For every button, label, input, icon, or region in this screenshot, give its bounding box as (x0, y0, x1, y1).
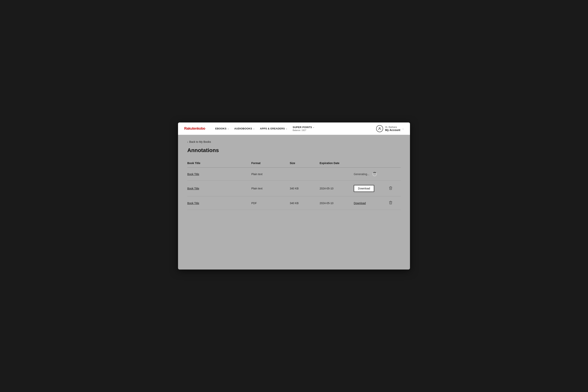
logo[interactable]: Rakuten kobo (184, 126, 205, 130)
super-points-balance: Balance: 1927 (293, 129, 306, 132)
nav-audiobooks[interactable]: AUDIOBOOKS ⌄ (232, 126, 257, 132)
action-cell: Generating... (354, 168, 384, 181)
generating-text: Generating... (354, 172, 369, 176)
account-text: Hi, Barbara My Account (385, 126, 400, 132)
logo-rakuten: Rakuten (184, 126, 197, 130)
format-cell: Plain text (251, 181, 290, 196)
nav-links: eBOOKS ⌄ AUDIOBOOKS ⌄ APPS & eREADERS ⌄ … (213, 124, 370, 133)
download-link[interactable]: Download (354, 202, 366, 205)
table-row: Book Title Plain text Generating... (187, 168, 401, 181)
svg-point-0 (379, 127, 381, 129)
delete-icon[interactable] (389, 201, 392, 206)
action-cell: Download (354, 196, 384, 210)
chevron-left-icon: ‹ (187, 140, 188, 143)
book-title-link[interactable]: Book Title (187, 202, 199, 205)
logo-kobo: kobo (197, 126, 205, 130)
chevron-down-icon: ⌄ (402, 128, 404, 130)
format-cell: PDF (251, 196, 290, 210)
book-title-link[interactable]: Book Title (187, 187, 199, 190)
browser-window: Rakuten kobo eBOOKS ⌄ AUDIOBOOKS ⌄ APPS … (178, 122, 410, 270)
chevron-down-icon: ⌄ (313, 126, 314, 128)
expiry-cell (320, 168, 354, 181)
delete-cell[interactable] (384, 196, 401, 210)
chevron-down-icon: ⌄ (253, 128, 255, 130)
delete-cell[interactable] (384, 181, 401, 196)
expiry-cell: 2024-05-10 (320, 181, 354, 196)
delete-cell (384, 168, 401, 181)
chevron-down-icon: ⌄ (227, 128, 229, 130)
page-title: Annotations (187, 147, 401, 154)
nav-apps[interactable]: APPS & eREADERS ⌄ (258, 126, 290, 132)
main-content: ‹ Back to My Books Annotations Book Titl… (178, 135, 410, 218)
delete-icon[interactable] (389, 186, 392, 191)
nav-apps-label: APPS & eREADERS (260, 127, 285, 130)
table-row: Book Title Plain text 340 KB 2024-05-10 … (187, 181, 401, 196)
book-title-cell: Book Title (187, 196, 251, 210)
col-header-delete (384, 159, 401, 168)
expiry-cell: 2024-05-10 (320, 196, 354, 210)
table-row: Book Title PDF 340 KB 2024-05-10 Downloa… (187, 196, 401, 210)
book-title-link[interactable]: Book Title (187, 172, 199, 176)
col-header-title: Book Title (187, 159, 251, 168)
action-cell: Download (354, 181, 384, 196)
download-button-highlighted[interactable]: Download (354, 185, 374, 192)
book-title-cell: Book Title (187, 168, 251, 181)
nav-ebooks-label: eBOOKS (215, 127, 226, 130)
book-title-cell: Book Title (187, 181, 251, 196)
col-header-action (354, 159, 384, 168)
size-cell (290, 168, 320, 181)
navbar: Rakuten kobo eBOOKS ⌄ AUDIOBOOKS ⌄ APPS … (178, 122, 410, 135)
nav-super-points-label: SUPER POINTS (293, 126, 312, 129)
back-link-label: Back to My Books (189, 140, 211, 143)
nav-ebooks[interactable]: eBOOKS ⌄ (213, 126, 231, 132)
loading-spinner (373, 172, 377, 176)
format-cell: Plain text (251, 168, 290, 181)
back-to-my-books-link[interactable]: ‹ Back to My Books (187, 140, 401, 143)
account-menu[interactable]: Hi, Barbara My Account ⌄ (376, 125, 404, 132)
chevron-down-icon: ⌄ (286, 128, 287, 130)
size-cell: 340 KB (290, 196, 320, 210)
account-icon (376, 125, 383, 132)
col-header-expiration: Expiration Date (320, 159, 354, 168)
annotations-table: Book Title Format Size Expiration Date B… (187, 159, 401, 210)
size-cell: 340 KB (290, 181, 320, 196)
nav-audiobooks-label: AUDIOBOOKS (234, 127, 252, 130)
account-greeting: Hi, Barbara (385, 126, 400, 128)
table-header-row: Book Title Format Size Expiration Date (187, 159, 401, 168)
account-label: My Account (385, 128, 400, 132)
col-header-size: Size (290, 159, 320, 168)
col-header-format: Format (251, 159, 290, 168)
nav-super-points[interactable]: SUPER POINTS ⌄ Balance: 1927 (290, 124, 317, 133)
